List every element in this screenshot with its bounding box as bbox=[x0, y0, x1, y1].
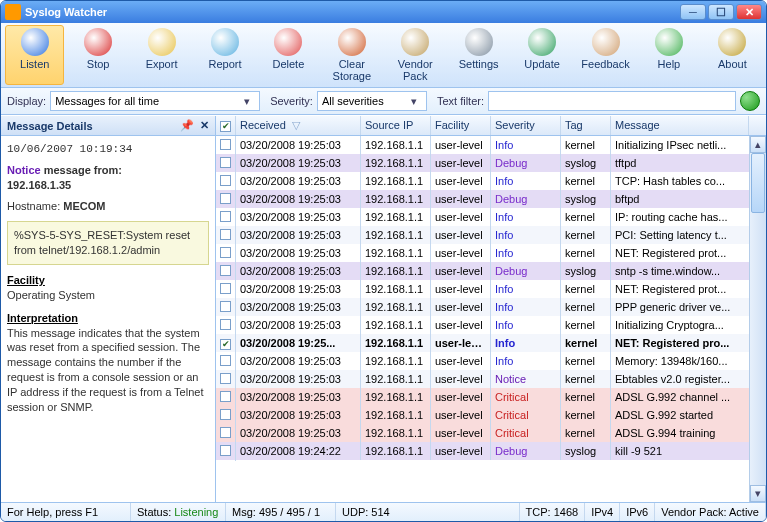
table-row[interactable]: 03/20/2008 19:25:03192.168.1.1user-level… bbox=[216, 190, 766, 208]
cell-severity: Debug bbox=[491, 154, 561, 172]
vertical-scrollbar[interactable]: ▴ ▾ bbox=[749, 136, 766, 502]
titlebar[interactable]: Syslog Watcher ─ ☐ ✕ bbox=[1, 1, 766, 23]
pin-icon[interactable]: 📌 bbox=[180, 119, 194, 132]
status-vendor: Vendor Pack: Active bbox=[655, 503, 766, 521]
table-row[interactable]: 03/20/2008 19:25:03192.168.1.1user-level… bbox=[216, 298, 766, 316]
cell-message: Initializing Cryptogra... bbox=[611, 316, 766, 334]
row-checkbox[interactable] bbox=[220, 193, 231, 204]
cell-received: 03/20/2008 19:25:03 bbox=[236, 136, 361, 154]
settings-icon bbox=[465, 28, 493, 56]
col-facility[interactable]: Facility bbox=[431, 116, 491, 135]
row-checkbox[interactable] bbox=[220, 427, 231, 438]
cell-message: IP: routing cache has... bbox=[611, 208, 766, 226]
cell-severity: Debug bbox=[491, 262, 561, 280]
table-row[interactable]: 03/20/2008 19:25:03192.168.1.1user-level… bbox=[216, 388, 766, 406]
cell-facility: user-level bbox=[431, 172, 491, 190]
scroll-up-icon[interactable]: ▴ bbox=[750, 136, 766, 153]
row-checkbox[interactable] bbox=[220, 355, 231, 366]
row-checkbox[interactable] bbox=[220, 247, 231, 258]
panel-close-icon[interactable]: ✕ bbox=[200, 119, 209, 132]
display-combo[interactable]: Messages for all time ▾ bbox=[50, 91, 260, 111]
cell-severity: Info bbox=[491, 208, 561, 226]
maximize-button[interactable]: ☐ bbox=[708, 4, 734, 20]
grid-body: 03/20/2008 19:25:03192.168.1.1user-level… bbox=[216, 136, 766, 502]
cell-source: 192.168.1.1 bbox=[361, 136, 431, 154]
statusbar: For Help, press F1 Status: Listening Msg… bbox=[1, 502, 766, 521]
table-row[interactable]: 03/20/2008 19:25:03192.168.1.1user-level… bbox=[216, 244, 766, 262]
table-row[interactable]: 03/20/2008 19:25:03192.168.1.1user-level… bbox=[216, 262, 766, 280]
row-checkbox[interactable] bbox=[220, 265, 231, 276]
table-row[interactable]: 03/20/2008 19:25:03192.168.1.1user-level… bbox=[216, 226, 766, 244]
table-row[interactable]: 03/20/2008 19:25:03192.168.1.1user-level… bbox=[216, 136, 766, 154]
message-details-panel: Message Details 📌 ✕ 10/06/2007 10:19:34 … bbox=[1, 116, 216, 502]
toolbar-clear-storage-button[interactable]: Clear Storage bbox=[322, 25, 381, 85]
row-checkbox[interactable] bbox=[220, 301, 231, 312]
details-notice: Notice bbox=[7, 164, 41, 176]
table-row[interactable]: 03/20/2008 19:25:03192.168.1.1user-level… bbox=[216, 424, 766, 442]
severity-combo[interactable]: All severities ▾ bbox=[317, 91, 427, 111]
cell-message: ADSL G.992 started bbox=[611, 406, 766, 424]
row-checkbox[interactable] bbox=[220, 409, 231, 420]
feedback-icon bbox=[592, 28, 620, 56]
toolbar-listen-button[interactable]: Listen bbox=[5, 25, 64, 85]
cell-received: 03/20/2008 19:25:03 bbox=[236, 244, 361, 262]
cell-severity: Info bbox=[491, 352, 561, 370]
col-check[interactable] bbox=[216, 116, 236, 135]
row-checkbox[interactable] bbox=[220, 319, 231, 330]
row-checkbox[interactable] bbox=[220, 211, 231, 222]
table-row[interactable]: 03/20/2008 19:25...192.168.1.1user-level… bbox=[216, 334, 766, 352]
toolbar-report-button[interactable]: Report bbox=[195, 25, 254, 85]
toolbar-feedback-button[interactable]: Feedback bbox=[576, 25, 635, 85]
table-row[interactable]: 03/20/2008 19:25:03192.168.1.1user-level… bbox=[216, 316, 766, 334]
col-source[interactable]: Source IP bbox=[361, 116, 431, 135]
table-row[interactable]: 03/20/2008 19:25:03192.168.1.1user-level… bbox=[216, 370, 766, 388]
col-tag[interactable]: Tag bbox=[561, 116, 611, 135]
text-filter-input[interactable] bbox=[488, 91, 736, 111]
row-checkbox[interactable] bbox=[220, 391, 231, 402]
table-row[interactable]: 03/20/2008 19:25:03192.168.1.1user-level… bbox=[216, 172, 766, 190]
table-row[interactable]: 03/20/2008 19:25:03192.168.1.1user-level… bbox=[216, 280, 766, 298]
details-interpretation-label: Interpretation bbox=[7, 311, 209, 326]
row-checkbox[interactable] bbox=[220, 445, 231, 456]
scroll-down-icon[interactable]: ▾ bbox=[750, 485, 766, 502]
col-severity[interactable]: Severity bbox=[491, 116, 561, 135]
close-button[interactable]: ✕ bbox=[736, 4, 762, 20]
chevron-down-icon: ▾ bbox=[406, 95, 422, 108]
cell-received: 03/20/2008 19:25:03 bbox=[236, 154, 361, 172]
table-row[interactable]: 03/20/2008 19:25:03192.168.1.1user-level… bbox=[216, 154, 766, 172]
toolbar-stop-button[interactable]: Stop bbox=[68, 25, 127, 85]
toolbar-update-button[interactable]: Update bbox=[512, 25, 571, 85]
cell-severity: Info bbox=[491, 226, 561, 244]
toolbar-vendor-pack-button[interactable]: Vendor Pack bbox=[386, 25, 445, 85]
row-checkbox[interactable] bbox=[220, 283, 231, 294]
toolbar-delete-button[interactable]: Delete bbox=[259, 25, 318, 85]
text-filter-go-button[interactable] bbox=[740, 91, 760, 111]
minimize-button[interactable]: ─ bbox=[680, 4, 706, 20]
scroll-thumb[interactable] bbox=[751, 153, 765, 213]
cell-tag: syslog bbox=[561, 154, 611, 172]
details-hostname: MECOM bbox=[63, 200, 105, 212]
details-facility-value: Operating System bbox=[7, 288, 209, 303]
cell-received: 03/20/2008 19:25... bbox=[236, 334, 361, 352]
row-checkbox[interactable] bbox=[220, 229, 231, 240]
col-received[interactable]: Received▽ bbox=[236, 116, 361, 135]
table-row[interactable]: 03/20/2008 19:25:03192.168.1.1user-level… bbox=[216, 406, 766, 424]
col-message[interactable]: Message bbox=[611, 116, 749, 135]
row-checkbox[interactable] bbox=[220, 139, 231, 150]
toolbar-help-button[interactable]: Help bbox=[639, 25, 698, 85]
toolbar-about-button[interactable]: About bbox=[703, 25, 762, 85]
row-checkbox[interactable] bbox=[220, 373, 231, 384]
update-icon bbox=[528, 28, 556, 56]
row-checkbox[interactable] bbox=[220, 339, 231, 350]
toolbar-export-button[interactable]: Export bbox=[132, 25, 191, 85]
display-label: Display: bbox=[7, 95, 46, 107]
cell-source: 192.168.1.1 bbox=[361, 424, 431, 442]
row-checkbox[interactable] bbox=[220, 175, 231, 186]
toolbar-settings-button[interactable]: Settings bbox=[449, 25, 508, 85]
text-filter-label: Text filter: bbox=[437, 95, 484, 107]
table-row[interactable]: 03/20/2008 19:24:22192.168.1.1user-level… bbox=[216, 442, 766, 460]
row-checkbox[interactable] bbox=[220, 157, 231, 168]
status-help: For Help, press F1 bbox=[1, 503, 131, 521]
table-row[interactable]: 03/20/2008 19:25:03192.168.1.1user-level… bbox=[216, 208, 766, 226]
table-row[interactable]: 03/20/2008 19:25:03192.168.1.1user-level… bbox=[216, 352, 766, 370]
